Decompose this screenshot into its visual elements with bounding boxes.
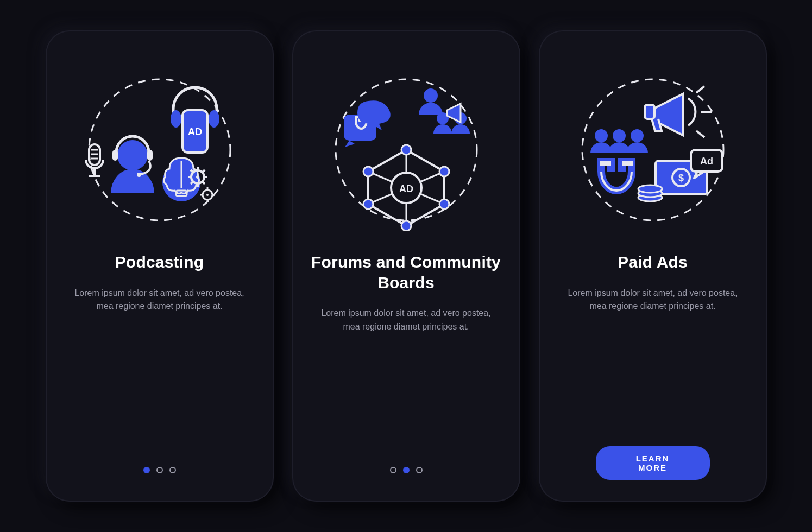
- paid-ads-illustration: $ Ad: [571, 68, 734, 231]
- screen-description: Lorem ipsum dolor sit amet, ad vero post…: [316, 307, 496, 334]
- page-dot-2[interactable]: [156, 467, 163, 473]
- pagination-dots: [292, 467, 520, 473]
- svg-point-46: [439, 199, 449, 209]
- svg-point-44: [401, 145, 411, 155]
- learn-more-button[interactable]: LEARN MORE: [596, 446, 710, 480]
- svg-point-34: [424, 88, 438, 103]
- onboarding-screen-podcasting: AD: [46, 30, 274, 502]
- page-dot-2[interactable]: [403, 467, 410, 473]
- svg-line-22: [191, 170, 193, 172]
- svg-point-17: [196, 175, 199, 179]
- svg-line-53: [696, 86, 704, 93]
- svg-point-45: [439, 167, 449, 176]
- page-dot-3[interactable]: [169, 467, 176, 473]
- forums-illustration: AD: [325, 68, 488, 231]
- svg-point-47: [401, 221, 411, 231]
- svg-point-66: [638, 185, 662, 193]
- page-dot-3[interactable]: [416, 467, 423, 473]
- svg-rect-5: [112, 150, 118, 161]
- page-dot-1[interactable]: [390, 467, 396, 473]
- screen-title: Podcasting: [115, 252, 204, 273]
- svg-point-1: [171, 110, 181, 128]
- svg-line-25: [203, 170, 205, 172]
- svg-rect-52: [645, 105, 654, 119]
- svg-rect-6: [147, 150, 153, 161]
- screen-title: Paid Ads: [618, 252, 688, 273]
- svg-point-27: [206, 194, 209, 196]
- svg-line-24: [191, 182, 193, 184]
- svg-point-48: [363, 199, 373, 209]
- ad-label-icon: Ad: [700, 156, 713, 167]
- svg-line-55: [696, 131, 704, 137]
- svg-point-7: [137, 173, 141, 177]
- svg-point-56: [595, 129, 608, 142]
- pagination-dots: [46, 467, 274, 473]
- svg-point-49: [363, 167, 373, 176]
- svg-point-2: [209, 110, 219, 128]
- page-dot-1[interactable]: [143, 467, 150, 473]
- svg-rect-60: [622, 161, 633, 166]
- svg-point-58: [631, 129, 644, 142]
- screen-title: Forums and Community Boards: [311, 252, 502, 293]
- svg-point-4: [117, 140, 148, 170]
- onboarding-screen-forums: AD Forums and Community Boards Lorem ips…: [292, 30, 520, 502]
- svg-line-23: [203, 182, 205, 184]
- onboarding-screen-paid-ads: $ Ad Paid Ads Lorem ipsum dolor sit amet…: [539, 30, 767, 502]
- podcasting-illustration: AD: [78, 68, 241, 231]
- ad-label-icon: AD: [399, 183, 413, 194]
- screen-description: Lorem ipsum dolor sit amet, ad vero post…: [563, 287, 743, 314]
- svg-point-57: [613, 129, 626, 142]
- svg-rect-59: [600, 161, 611, 166]
- svg-text:$: $: [678, 173, 683, 183]
- screen-description: Lorem ipsum dolor sit amet, ad vero post…: [70, 287, 250, 314]
- ad-label-icon: AD: [188, 126, 202, 137]
